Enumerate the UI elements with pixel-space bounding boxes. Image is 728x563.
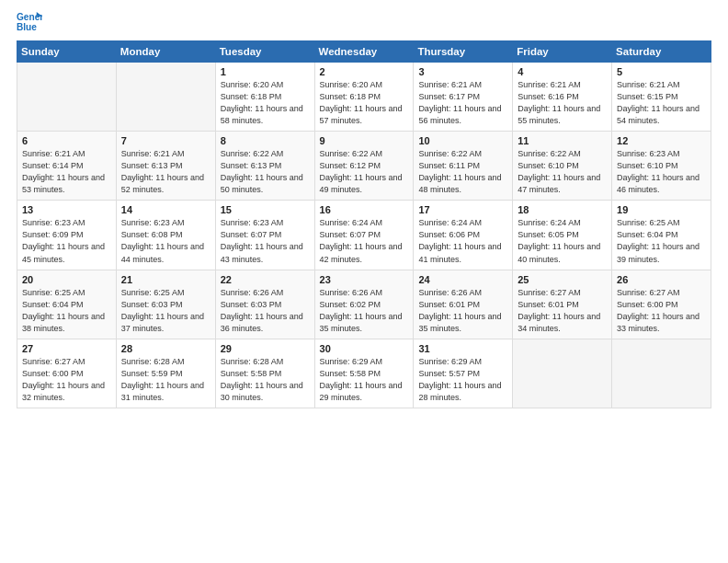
day-info: Sunrise: 6:24 AMSunset: 6:07 PMDaylight:… [320, 217, 409, 265]
day-number: 24 [418, 274, 507, 285]
day-number: 23 [320, 274, 409, 285]
day-number: 3 [418, 66, 507, 77]
day-info: Sunrise: 6:21 AMSunset: 6:14 PMDaylight:… [22, 148, 111, 196]
day-number: 18 [518, 204, 607, 215]
calendar-cell: 28Sunrise: 6:28 AMSunset: 5:59 PMDayligh… [116, 339, 215, 408]
day-header-wednesday: Wednesday [314, 41, 414, 63]
day-info: Sunrise: 6:23 AMSunset: 6:10 PMDaylight:… [617, 148, 706, 196]
calendar-cell: 24Sunrise: 6:26 AMSunset: 6:01 PMDayligh… [414, 270, 513, 339]
day-info: Sunrise: 6:28 AMSunset: 5:58 PMDaylight:… [221, 356, 310, 404]
day-info: Sunrise: 6:29 AMSunset: 5:58 PMDaylight:… [320, 356, 409, 404]
calendar-cell [612, 339, 711, 408]
calendar-cell: 7Sunrise: 6:21 AMSunset: 6:13 PMDaylight… [116, 132, 215, 201]
day-number: 25 [518, 274, 607, 285]
calendar-cell: 26Sunrise: 6:27 AMSunset: 6:00 PMDayligh… [612, 270, 711, 339]
day-info: Sunrise: 6:21 AMSunset: 6:13 PMDaylight:… [121, 148, 210, 196]
day-number: 22 [221, 274, 310, 285]
calendar-header-row: SundayMondayTuesdayWednesdayThursdayFrid… [17, 41, 711, 63]
calendar-cell: 11Sunrise: 6:22 AMSunset: 6:10 PMDayligh… [513, 132, 612, 201]
day-info: Sunrise: 6:23 AMSunset: 6:09 PMDaylight:… [22, 217, 111, 265]
day-number: 17 [418, 204, 507, 215]
calendar-cell: 17Sunrise: 6:24 AMSunset: 6:06 PMDayligh… [414, 201, 513, 270]
calendar-cell: 3Sunrise: 6:21 AMSunset: 6:17 PMDaylight… [414, 63, 513, 132]
day-number: 10 [418, 135, 507, 146]
day-number: 31 [418, 343, 507, 354]
day-number: 12 [617, 135, 706, 146]
day-info: Sunrise: 6:28 AMSunset: 5:59 PMDaylight:… [121, 356, 210, 404]
day-number: 20 [22, 274, 111, 285]
day-number: 16 [320, 204, 409, 215]
calendar-cell: 19Sunrise: 6:25 AMSunset: 6:04 PMDayligh… [612, 201, 711, 270]
svg-text:Blue: Blue [17, 22, 37, 32]
day-info: Sunrise: 6:21 AMSunset: 6:17 PMDaylight:… [418, 79, 507, 127]
calendar-cell: 1Sunrise: 6:20 AMSunset: 6:18 PMDaylight… [215, 63, 314, 132]
day-number: 2 [320, 66, 409, 77]
day-header-thursday: Thursday [414, 41, 513, 63]
logo-icon: General Blue [17, 9, 42, 35]
day-number: 27 [22, 343, 111, 354]
calendar-cell: 6Sunrise: 6:21 AMSunset: 6:14 PMDaylight… [17, 132, 117, 201]
day-info: Sunrise: 6:25 AMSunset: 6:04 PMDaylight:… [22, 287, 111, 335]
calendar-cell: 2Sunrise: 6:20 AMSunset: 6:18 PMDaylight… [314, 63, 414, 132]
calendar-cell [513, 339, 612, 408]
calendar-cell: 4Sunrise: 6:21 AMSunset: 6:16 PMDaylight… [513, 63, 612, 132]
calendar-cell: 25Sunrise: 6:27 AMSunset: 6:01 PMDayligh… [513, 270, 612, 339]
day-info: Sunrise: 6:27 AMSunset: 6:01 PMDaylight:… [518, 287, 607, 335]
day-number: 21 [121, 274, 210, 285]
calendar-cell: 31Sunrise: 6:29 AMSunset: 5:57 PMDayligh… [414, 339, 513, 408]
day-number: 15 [221, 204, 310, 215]
day-number: 7 [121, 135, 210, 146]
calendar-week-row: 27Sunrise: 6:27 AMSunset: 6:00 PMDayligh… [17, 339, 711, 408]
calendar-cell: 15Sunrise: 6:23 AMSunset: 6:07 PMDayligh… [215, 201, 314, 270]
calendar-week-row: 13Sunrise: 6:23 AMSunset: 6:09 PMDayligh… [17, 201, 711, 270]
day-number: 6 [22, 135, 111, 146]
calendar-week-row: 6Sunrise: 6:21 AMSunset: 6:14 PMDaylight… [17, 132, 711, 201]
day-info: Sunrise: 6:27 AMSunset: 6:00 PMDaylight:… [617, 287, 706, 335]
day-info: Sunrise: 6:23 AMSunset: 6:08 PMDaylight:… [121, 217, 210, 265]
calendar-cell: 8Sunrise: 6:22 AMSunset: 6:13 PMDaylight… [215, 132, 314, 201]
day-info: Sunrise: 6:22 AMSunset: 6:11 PMDaylight:… [418, 148, 507, 196]
day-info: Sunrise: 6:26 AMSunset: 6:01 PMDaylight:… [418, 287, 507, 335]
calendar-cell: 23Sunrise: 6:26 AMSunset: 6:02 PMDayligh… [314, 270, 414, 339]
calendar-table: SundayMondayTuesdayWednesdayThursdayFrid… [17, 40, 711, 408]
day-header-sunday: Sunday [17, 41, 117, 63]
day-info: Sunrise: 6:23 AMSunset: 6:07 PMDaylight:… [221, 217, 310, 265]
day-number: 11 [518, 135, 607, 146]
calendar-cell [17, 63, 117, 132]
page: General Blue SundayMondayTuesdayWednesda… [0, 0, 728, 563]
day-number: 8 [221, 135, 310, 146]
calendar-cell: 9Sunrise: 6:22 AMSunset: 6:12 PMDaylight… [314, 132, 414, 201]
day-number: 30 [320, 343, 409, 354]
day-number: 19 [617, 204, 706, 215]
calendar-cell: 30Sunrise: 6:29 AMSunset: 5:58 PMDayligh… [314, 339, 414, 408]
day-info: Sunrise: 6:25 AMSunset: 6:03 PMDaylight:… [121, 287, 210, 335]
day-info: Sunrise: 6:26 AMSunset: 6:03 PMDaylight:… [221, 287, 310, 335]
day-header-monday: Monday [116, 41, 215, 63]
day-info: Sunrise: 6:25 AMSunset: 6:04 PMDaylight:… [617, 217, 706, 265]
logo: General Blue [17, 9, 46, 35]
day-header-friday: Friday [513, 41, 612, 63]
calendar-cell: 12Sunrise: 6:23 AMSunset: 6:10 PMDayligh… [612, 132, 711, 201]
day-number: 26 [617, 274, 706, 285]
day-info: Sunrise: 6:24 AMSunset: 6:06 PMDaylight:… [418, 217, 507, 265]
day-info: Sunrise: 6:24 AMSunset: 6:05 PMDaylight:… [518, 217, 607, 265]
day-info: Sunrise: 6:20 AMSunset: 6:18 PMDaylight:… [221, 79, 310, 127]
day-info: Sunrise: 6:21 AMSunset: 6:15 PMDaylight:… [617, 79, 706, 127]
day-header-tuesday: Tuesday [215, 41, 314, 63]
calendar-cell: 5Sunrise: 6:21 AMSunset: 6:15 PMDaylight… [612, 63, 711, 132]
day-info: Sunrise: 6:21 AMSunset: 6:16 PMDaylight:… [518, 79, 607, 127]
day-number: 1 [221, 66, 310, 77]
day-info: Sunrise: 6:29 AMSunset: 5:57 PMDaylight:… [418, 356, 507, 404]
calendar-cell: 10Sunrise: 6:22 AMSunset: 6:11 PMDayligh… [414, 132, 513, 201]
day-header-saturday: Saturday [612, 41, 711, 63]
calendar-cell: 22Sunrise: 6:26 AMSunset: 6:03 PMDayligh… [215, 270, 314, 339]
day-info: Sunrise: 6:27 AMSunset: 6:00 PMDaylight:… [22, 356, 111, 404]
calendar-cell: 29Sunrise: 6:28 AMSunset: 5:58 PMDayligh… [215, 339, 314, 408]
day-number: 13 [22, 204, 111, 215]
day-number: 4 [518, 66, 607, 77]
day-number: 29 [221, 343, 310, 354]
day-info: Sunrise: 6:20 AMSunset: 6:18 PMDaylight:… [320, 79, 409, 127]
calendar-cell: 27Sunrise: 6:27 AMSunset: 6:00 PMDayligh… [17, 339, 117, 408]
calendar-cell: 18Sunrise: 6:24 AMSunset: 6:05 PMDayligh… [513, 201, 612, 270]
day-number: 5 [617, 66, 706, 77]
